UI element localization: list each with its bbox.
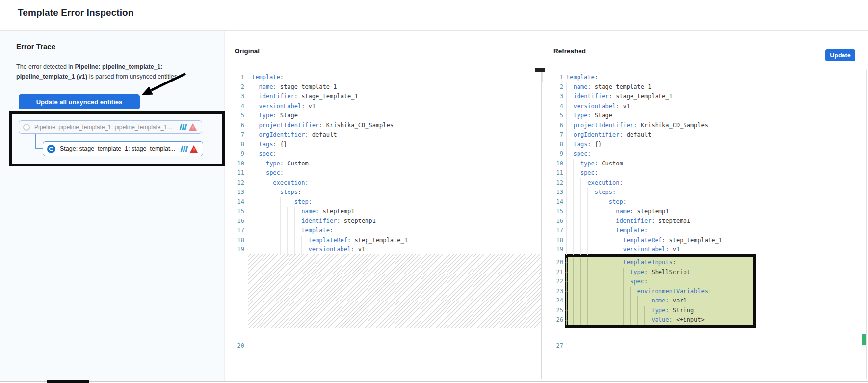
warning-icon: !	[190, 145, 198, 153]
update-button[interactable]: Update	[825, 49, 855, 61]
line-number: 18	[542, 236, 563, 246]
line-number: 2	[223, 82, 244, 92]
code-line: spec:	[252, 168, 284, 178]
annotation-box-tree: Pipeline: pipeline_template_1: pipeline_…	[9, 111, 225, 166]
line-number: 3	[223, 92, 244, 102]
line-number: 10	[223, 159, 244, 169]
page-title: Template Error Inspection	[18, 7, 134, 18]
line-number: 25	[542, 306, 563, 316]
code-line: template:	[252, 73, 284, 82]
code-line: execution:	[566, 178, 623, 188]
radio-selected-icon[interactable]	[47, 145, 55, 153]
code-line: type: Stage	[566, 111, 612, 121]
line-number: 10	[542, 159, 563, 169]
code-line-added: value: <+input>	[566, 315, 705, 325]
code-line: spec:	[566, 149, 591, 159]
code-line: - step:	[252, 197, 312, 207]
original-code-editor[interactable]: 1template:2 name: stage_template_13 iden…	[223, 70, 541, 379]
refreshed-code-editor[interactable]: 1template:2 name: stage_template_13 iden…	[542, 70, 866, 379]
line-number: 11	[542, 168, 563, 178]
code-line: templateRef: step_template_1	[252, 236, 408, 246]
code-line: versionLabel: v1	[252, 245, 365, 255]
error-trace-panel: Error Trace The error detected in Pipeli…	[0, 31, 225, 381]
refreshed-panel-title: Refreshed	[553, 47, 586, 55]
line-number: 12	[223, 178, 244, 188]
line-number: 19	[542, 245, 563, 255]
line-number: 8	[542, 140, 563, 150]
tree-item-stage[interactable]: Stage: stage_template_1: stage_templat..…	[43, 141, 203, 156]
code-line: versionLabel: v1	[252, 102, 316, 111]
code-line: spec:	[252, 149, 277, 159]
line-number: 17	[542, 226, 563, 236]
code-line: identifier: steptemp1	[566, 217, 690, 226]
code-line: versionLabel: v1	[566, 102, 630, 111]
line-number: 21	[542, 268, 563, 277]
gutter-separator	[565, 70, 565, 379]
line-number: 20	[223, 341, 244, 351]
line-number: 14	[542, 197, 563, 207]
code-line: - step:	[566, 197, 627, 207]
line-number: 4	[223, 102, 244, 111]
line-number: 16	[223, 217, 244, 226]
code-line: spec:	[566, 168, 598, 178]
code-line: tags: {}	[566, 140, 602, 150]
code-line: name: steptemp1	[566, 207, 669, 217]
code-line: orgIdentifier: default	[252, 130, 337, 140]
original-panel-title: Original	[235, 47, 260, 55]
line-number: 13	[542, 188, 563, 197]
code-line: projectIdentifier: Krishika_CD_Samples	[252, 121, 394, 131]
line-number: 8	[223, 140, 244, 150]
code-line-added: - name: var1	[566, 296, 687, 306]
line-number: 13	[223, 188, 244, 197]
line-number: 24	[542, 296, 563, 306]
code-line: type: Stage	[252, 111, 298, 121]
code-line: versionLabel: v1	[566, 245, 680, 255]
line-number: 3	[542, 92, 563, 102]
diff-removed-placeholder-hatch	[248, 254, 541, 328]
line-number: 9	[542, 149, 563, 159]
line-number: 9	[223, 149, 244, 159]
window-bottom-edge	[0, 381, 868, 382]
line-number: 17	[223, 226, 244, 236]
code-line-added: type: ShellScript	[566, 268, 690, 277]
code-line: template:	[252, 226, 333, 236]
code-line: templateRef: step_template_1	[566, 236, 722, 246]
scrollbar-added-marker[interactable]	[862, 334, 866, 345]
code-line-added: type: String	[566, 306, 694, 316]
line-number: 20	[542, 258, 563, 268]
code-line: template:	[566, 73, 598, 82]
template-bars-icon	[180, 124, 186, 130]
code-line: identifier: stage_template_1	[252, 92, 358, 102]
tree-item-label: Stage: stage_template_1: stage_templat..…	[60, 145, 179, 152]
line-number: 15	[542, 207, 563, 217]
line-number: 6	[223, 121, 244, 131]
line-number: 7	[223, 130, 244, 140]
line-number: 14	[223, 197, 244, 207]
line-number: 12	[542, 178, 563, 188]
code-line: identifier: stage_template_1	[566, 92, 673, 102]
line-number: 2	[542, 82, 563, 92]
tree-item-label: Pipeline: pipeline_template_1: pipeline_…	[34, 124, 178, 131]
diff-editor-right-border	[866, 70, 867, 379]
line-number: 16	[542, 217, 563, 226]
gutter-separator	[248, 70, 248, 379]
code-line: name: stage_template_1	[252, 82, 337, 92]
code-line-added: environmentVariables:	[566, 287, 711, 297]
warning-icon: !	[189, 123, 197, 131]
tree-connector	[35, 148, 43, 149]
line-number: 26	[542, 315, 563, 325]
code-line-added: spec:	[566, 277, 648, 287]
code-line: template:	[566, 226, 648, 236]
template-error-inspection-page: Template Error Inspection Error Trace Th…	[0, 0, 868, 383]
update-all-unsynced-button[interactable]: Update all unsynced entities	[19, 94, 140, 109]
tree-item-pipeline[interactable]: Pipeline: pipeline_template_1: pipeline_…	[19, 120, 202, 134]
code-line: projectIdentifier: Krishika_CD_Samples	[566, 121, 708, 131]
radio-unselected-icon[interactable]	[23, 124, 30, 131]
code-line: type: Custom	[252, 159, 309, 169]
code-line: identifier: steptemp1	[252, 217, 376, 226]
bottom-black-bar	[47, 380, 89, 383]
code-line: type: Custom	[566, 159, 623, 169]
tree-connector	[35, 134, 36, 149]
code-line: name: stage_template_1	[566, 82, 651, 92]
template-bars-icon	[181, 146, 187, 152]
